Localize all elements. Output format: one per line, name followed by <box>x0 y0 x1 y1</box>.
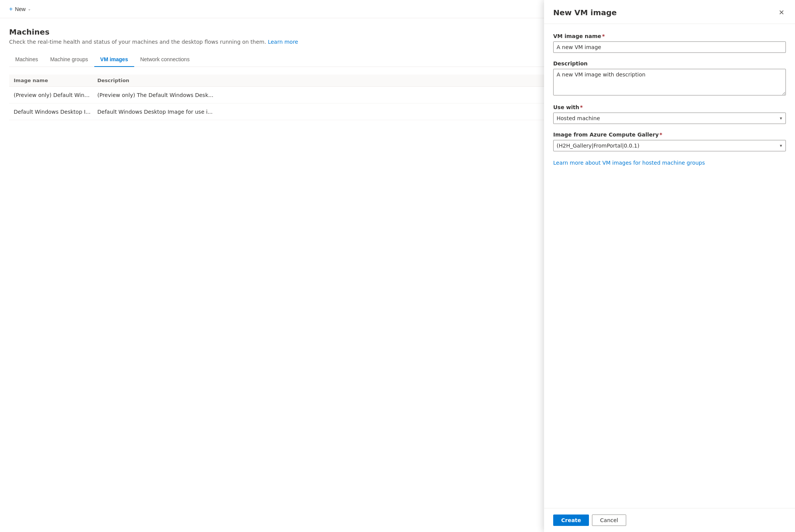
panel-header: New VM image ✕ <box>544 0 795 24</box>
required-star-2: * <box>580 104 582 110</box>
vm-image-name-group: VM image name* <box>553 33 786 53</box>
required-star: * <box>602 33 605 39</box>
description-label: Description <box>553 60 786 67</box>
cancel-button[interactable]: Cancel <box>592 515 626 526</box>
chevron-down-icon: ⌄ <box>28 7 31 11</box>
use-with-label: Use with* <box>553 104 786 110</box>
use-with-select-wrapper: Hosted machine Hosted machine group Both… <box>553 113 786 124</box>
image-gallery-select[interactable]: (H2H_Gallery|FromPortal|0.0.1) <box>553 140 786 151</box>
panel-title: New VM image <box>553 8 617 17</box>
row1-description: (Preview only) The Default Windows Desk.… <box>97 92 576 98</box>
description-textarea[interactable]: A new VM image with description <box>553 69 786 95</box>
tab-vm-images[interactable]: VM images <box>94 52 134 67</box>
create-button[interactable]: Create <box>553 515 589 526</box>
required-star-3: * <box>660 132 662 138</box>
learn-more-link[interactable]: Learn more <box>268 39 298 45</box>
app-container: + New ⌄ Machines Check the real-time hea… <box>0 0 795 532</box>
description-group: Description A new VM image with descript… <box>553 60 786 97</box>
image-gallery-group: Image from Azure Compute Gallery* (H2H_G… <box>553 132 786 151</box>
plus-icon: + <box>9 6 13 13</box>
vm-image-name-label: VM image name* <box>553 33 786 39</box>
new-vm-image-panel: New VM image ✕ VM image name* Descriptio… <box>544 0 795 532</box>
row1-image-name: (Preview only) Default Windo... <box>14 92 97 98</box>
row2-image-name: Default Windows Desktop I... <box>14 109 97 115</box>
image-gallery-select-wrapper: (H2H_Gallery|FromPortal|0.0.1) ▾ <box>553 140 786 151</box>
new-button[interactable]: + New ⌄ <box>6 4 34 14</box>
row2-description: Default Windows Desktop Image for use i.… <box>97 109 576 115</box>
use-with-group: Use with* Hosted machine Hosted machine … <box>553 104 786 124</box>
tab-machine-groups[interactable]: Machine groups <box>44 52 94 67</box>
image-gallery-label: Image from Azure Compute Gallery* <box>553 132 786 138</box>
vm-image-name-input[interactable] <box>553 41 786 53</box>
subtitle-text: Check the real-time health and status of… <box>9 39 266 45</box>
tab-network-connections[interactable]: Network connections <box>134 52 196 67</box>
close-button[interactable]: ✕ <box>777 8 786 17</box>
panel-body: VM image name* Description A new VM imag… <box>544 24 795 508</box>
col-image-name: Image name <box>14 78 97 83</box>
col-description: Description <box>97 78 576 83</box>
new-button-label: New <box>15 6 25 12</box>
tab-machines[interactable]: Machines <box>9 52 44 67</box>
use-with-select[interactable]: Hosted machine Hosted machine group Both <box>553 113 786 124</box>
learn-more-vm-images-link[interactable]: Learn more about VM images for hosted ma… <box>553 159 786 167</box>
panel-footer: Create Cancel <box>544 508 795 532</box>
